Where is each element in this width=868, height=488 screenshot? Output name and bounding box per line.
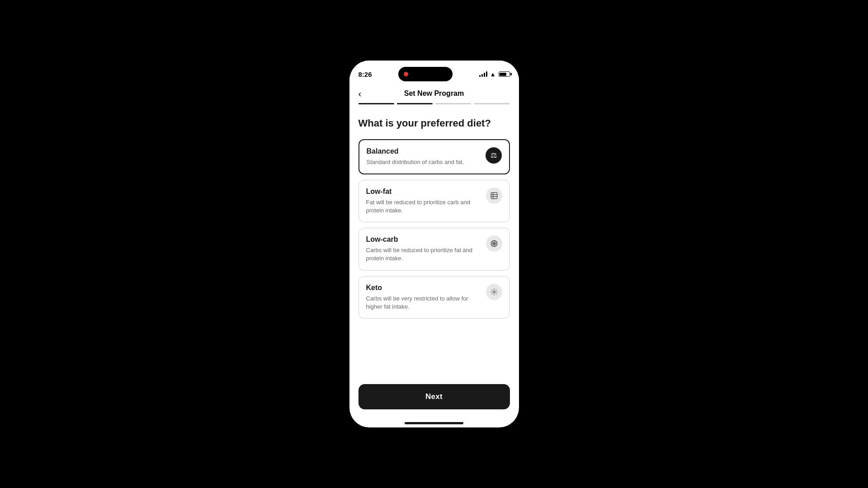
- diet-card-text-lowcarb: Low-carb Carbs will be reduced to priori…: [366, 235, 486, 263]
- progress-bar: [349, 99, 519, 110]
- diet-option-low-carb[interactable]: Low-carb Carbs will be reduced to priori…: [359, 228, 510, 270]
- diet-card-title-lowcarb: Low-carb: [366, 235, 481, 244]
- balanced-icon: ⚖: [486, 147, 502, 164]
- next-button-wrapper: Next: [349, 379, 519, 418]
- signal-bars-icon: [479, 71, 487, 77]
- diet-card-desc-lowfat: Fat will be reduced to prioritize carb a…: [366, 198, 481, 215]
- battery-fill: [500, 73, 506, 76]
- dynamic-island-dot: [404, 72, 408, 76]
- diet-card-title-keto: Keto: [366, 284, 481, 292]
- diet-card-text-balanced: Balanced Standard distribution of carbs …: [367, 147, 486, 166]
- status-time: 8:26: [359, 70, 372, 78]
- diet-card-text-keto: Keto Carbs will be very restricted to al…: [366, 284, 486, 311]
- back-button[interactable]: ‹: [359, 89, 362, 99]
- keto-icon: [486, 284, 502, 300]
- status-center: [372, 67, 479, 81]
- progress-step-1: [359, 103, 394, 104]
- svg-point-9: [493, 291, 495, 293]
- progress-step-2: [397, 103, 433, 104]
- diet-card-title-lowfat: Low-fat: [366, 188, 481, 196]
- diet-card-desc-balanced: Standard distribution of carbs and fat.: [367, 158, 480, 166]
- home-bar: [405, 422, 463, 424]
- battery-icon: [499, 71, 510, 77]
- lowcarb-icon: [486, 235, 502, 252]
- wifi-icon: ▲: [490, 71, 496, 78]
- home-indicator: [349, 418, 519, 427]
- content-area: What is your preferred diet? Balanced St…: [349, 110, 519, 379]
- diet-option-low-fat[interactable]: Low-fat Fat will be reduced to prioritiz…: [359, 180, 510, 222]
- diet-option-keto[interactable]: Keto Carbs will be very restricted to al…: [359, 276, 510, 319]
- progress-step-4: [474, 103, 509, 104]
- svg-rect-0: [491, 192, 497, 199]
- diet-card-text-lowfat: Low-fat Fat will be reduced to prioritiz…: [366, 188, 486, 215]
- phone-frame: 8:26 ▲ ‹ Set New Program: [349, 61, 519, 427]
- status-bar: 8:26 ▲: [349, 61, 519, 86]
- next-button[interactable]: Next: [359, 384, 510, 409]
- lowfat-icon: [486, 188, 502, 204]
- status-icons: ▲: [479, 71, 510, 78]
- nav-title: Set New Program: [404, 89, 464, 98]
- diet-option-balanced[interactable]: Balanced Standard distribution of carbs …: [359, 139, 510, 174]
- nav-bar: ‹ Set New Program: [349, 86, 519, 99]
- diet-card-desc-keto: Carbs will be very restricted to allow f…: [366, 295, 481, 311]
- diet-card-title-balanced: Balanced: [367, 147, 480, 155]
- page-question: What is your preferred diet?: [359, 117, 510, 130]
- progress-step-3: [435, 103, 471, 104]
- diet-card-desc-lowcarb: Carbs will be reduced to prioritize fat …: [366, 246, 481, 263]
- dynamic-island: [398, 67, 453, 81]
